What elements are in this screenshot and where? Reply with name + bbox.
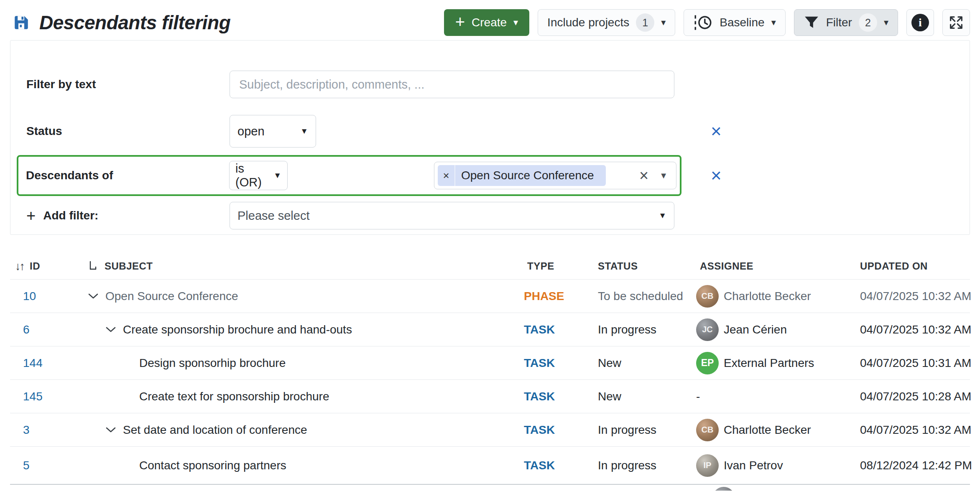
status-cell: In progress — [596, 459, 696, 472]
assignee-name[interactable]: External Partners — [724, 356, 814, 370]
avatar: JC — [696, 318, 719, 341]
filter-button[interactable]: Filter 2 ▾ — [794, 9, 898, 36]
work-package-id-link[interactable]: 10 — [10, 290, 36, 303]
table-row: 3 Set date and location of conference TA… — [10, 413, 970, 446]
page-header: Descendants filtering + Create ▾ Include… — [0, 0, 980, 36]
column-header-type[interactable]: TYPE — [521, 260, 596, 272]
status-cell: In progress — [596, 323, 696, 336]
type-cell: TASK — [521, 390, 596, 403]
status-selected-value: open — [237, 125, 265, 138]
column-header-updated-on[interactable]: UPDATED ON — [857, 260, 970, 272]
table-row: 144 Design sponsorhip brochure TASK New … — [10, 346, 970, 379]
chevron-down-icon[interactable] — [105, 427, 118, 433]
status-value-select[interactable]: open ▼ — [230, 115, 316, 148]
chevron-down-icon: ▾ — [513, 18, 518, 27]
updated-on-column-label: UPDATED ON — [860, 260, 928, 272]
work-package-id-link[interactable]: 5 — [10, 459, 30, 472]
column-header-id[interactable]: ↓↑ ID — [10, 260, 88, 273]
type-cell: TASK — [521, 459, 596, 472]
filter-text-input[interactable] — [230, 71, 674, 98]
filter-by-text-label: Filter by text — [26, 78, 230, 91]
type-cell: TASK — [521, 423, 596, 437]
assignee-column-label: ASSIGNEE — [700, 260, 753, 272]
work-package-subject[interactable]: Set date and location of conference — [123, 423, 307, 437]
work-packages-table: ↓↑ ID SUBJECT TYPE STATUS ASSIGNEE — [10, 253, 970, 491]
filter-row-descendants: Descendants of is (OR) ▼ × Open Source C… — [26, 155, 970, 196]
assignee-name[interactable]: Jean Cérien — [724, 323, 787, 336]
status-cell: New — [596, 356, 696, 370]
work-package-subject[interactable]: Contact sponsoring partners — [139, 459, 286, 472]
include-projects-button[interactable]: Include projects 1 ▾ — [538, 9, 675, 36]
filter-panel: Filter by text Status open ▼ × Descendan… — [10, 40, 970, 235]
filter-funnel-icon — [804, 15, 819, 31]
assignee-name[interactable]: Charlotte Becker — [724, 423, 811, 437]
descendants-operator-select[interactable]: is (OR) ▼ — [229, 161, 288, 190]
status-cell: To be scheduled — [596, 290, 696, 303]
avatar: CB — [696, 285, 719, 308]
work-packages-page: Descendants filtering + Create ▾ Include… — [0, 0, 980, 504]
fullscreen-button[interactable] — [942, 9, 970, 36]
fullscreen-icon — [948, 14, 965, 31]
chip-label: Open Source Conference — [455, 169, 606, 182]
updated-on-cell: 04/07/2025 10:32 AM — [857, 423, 970, 437]
clipped-table-row — [10, 484, 970, 491]
updated-on-cell: 04/07/2025 10:31 AM — [857, 356, 970, 370]
work-package-subject[interactable]: Open Source Conference — [105, 290, 238, 303]
plus-icon: + — [26, 208, 36, 224]
descendants-value-combobox[interactable]: × Open Source Conference × ▼ — [434, 162, 676, 189]
filter-label: Filter — [826, 16, 852, 29]
table-row: 6 Create sponsorship brochure and hand-o… — [10, 313, 970, 346]
updated-on-cell: 04/07/2025 10:28 AM — [857, 390, 970, 403]
operator-selected-value: is (OR) — [235, 162, 273, 189]
chevron-down-icon: ▾ — [771, 18, 776, 27]
selected-value-chip: × Open Source Conference — [438, 165, 606, 186]
add-filter-label-group: + Add filter: — [26, 208, 230, 224]
column-header-subject[interactable]: SUBJECT — [88, 260, 521, 272]
info-button[interactable]: i — [906, 9, 934, 36]
work-package-subject[interactable]: Design sponsorhip brochure — [139, 356, 286, 370]
assignee-name[interactable]: Charlotte Becker — [724, 290, 811, 303]
subject-column-label: SUBJECT — [105, 260, 153, 272]
chevron-down-icon: ▾ — [661, 18, 666, 27]
add-filter-select[interactable]: Please select ▼ — [230, 202, 674, 229]
create-button-label: Create — [472, 16, 507, 29]
table-row: 145 Create text for sponsorship brochure… — [10, 379, 970, 413]
save-icon[interactable] — [13, 14, 30, 31]
select-caret-icon: ▼ — [300, 127, 308, 136]
remove-status-filter-button[interactable]: × — [711, 122, 722, 140]
column-header-status[interactable]: STATUS — [596, 260, 696, 272]
add-filter-label: Add filter: — [43, 209, 98, 222]
sort-icon: ↓↑ — [15, 260, 24, 273]
type-cell: TASK — [521, 323, 596, 336]
work-package-id-link[interactable]: 6 — [10, 323, 30, 336]
combobox-caret-icon[interactable]: ▼ — [659, 171, 668, 181]
filter-row-status: Status open ▼ × — [26, 115, 970, 148]
work-package-id-link[interactable]: 144 — [10, 356, 43, 370]
work-package-subject[interactable]: Create sponsorship brochure and hand-out… — [123, 323, 352, 336]
status-cell: In progress — [596, 423, 696, 437]
toolbar: + Create ▾ Include projects 1 ▾ Baseline — [444, 9, 970, 36]
avatar: CB — [696, 419, 719, 441]
chip-remove-icon[interactable]: × — [438, 165, 455, 186]
remove-descendants-filter-button[interactable]: × — [711, 166, 722, 185]
include-projects-count-badge: 1 — [636, 13, 654, 32]
combobox-clear-icon[interactable]: × — [639, 168, 648, 183]
plus-icon: + — [455, 13, 465, 30]
id-column-label: ID — [30, 260, 40, 272]
avatar: IP — [696, 454, 719, 477]
create-button[interactable]: + Create ▾ — [444, 9, 529, 36]
chevron-down-icon[interactable] — [105, 326, 118, 333]
column-header-assignee[interactable]: ASSIGNEE — [696, 260, 857, 272]
work-package-id-link[interactable]: 3 — [10, 423, 30, 437]
work-package-id-link[interactable]: 145 — [10, 390, 43, 403]
updated-on-cell: 04/07/2025 10:32 AM — [857, 290, 970, 303]
status-cell: New — [596, 390, 696, 403]
assignee-name[interactable]: Ivan Petrov — [724, 459, 783, 472]
assignee-empty: - — [696, 390, 700, 403]
type-column-label: TYPE — [527, 260, 554, 272]
baseline-button[interactable]: Baseline ▾ — [684, 9, 785, 36]
info-icon: i — [911, 14, 929, 31]
table-row: 10 Open Source Conference PHASE To be sc… — [10, 279, 970, 313]
chevron-down-icon[interactable] — [88, 293, 100, 300]
work-package-subject[interactable]: Create text for sponsorship brochure — [139, 390, 329, 403]
